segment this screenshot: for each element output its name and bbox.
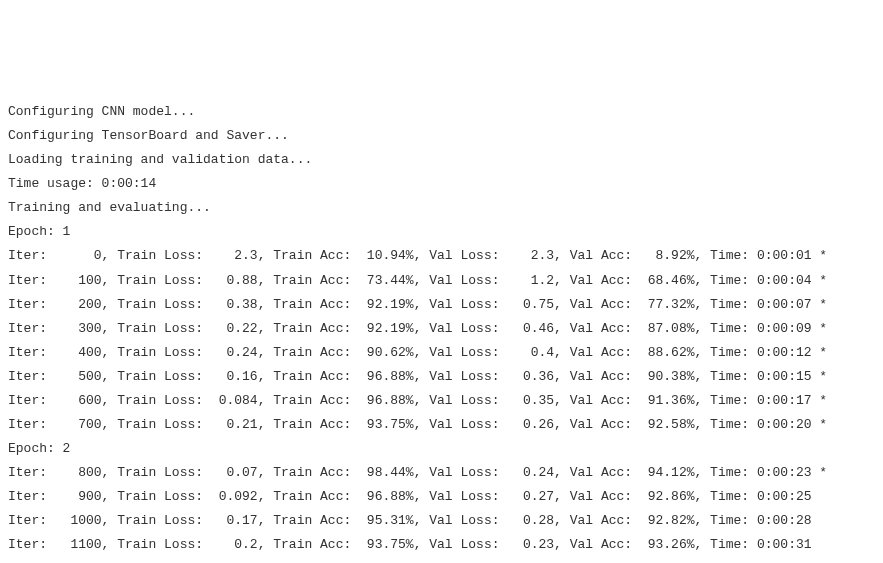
terminal-output: Configuring CNN model...Configuring Tens… (8, 100, 875, 563)
log-header-line: Configuring TensorBoard and Saver... (8, 124, 875, 148)
iter-row: Iter: 200, Train Loss: 0.38, Train Acc: … (8, 293, 875, 317)
epoch-label: Epoch: 1 (8, 220, 875, 244)
iter-row: Iter: 500, Train Loss: 0.16, Train Acc: … (8, 365, 875, 389)
log-header-line: Loading training and validation data... (8, 148, 875, 172)
iter-row: Iter: 800, Train Loss: 0.07, Train Acc: … (8, 461, 875, 485)
log-header-line: Time usage: 0:00:14 (8, 172, 875, 196)
iter-row: Iter: 700, Train Loss: 0.21, Train Acc: … (8, 413, 875, 437)
iter-row: Iter: 400, Train Loss: 0.24, Train Acc: … (8, 341, 875, 365)
iter-row: Iter: 1100, Train Loss: 0.2, Train Acc: … (8, 533, 875, 557)
epoch-label: Epoch: 2 (8, 437, 875, 461)
log-header-line: Training and evaluating... (8, 196, 875, 220)
iter-row: Iter: 0, Train Loss: 2.3, Train Acc: 10.… (8, 244, 875, 268)
iter-row: Iter: 1200, Train Loss: 0.081, Train Acc… (8, 557, 875, 563)
iter-row: Iter: 900, Train Loss: 0.092, Train Acc:… (8, 485, 875, 509)
log-header-line: Configuring CNN model... (8, 100, 875, 124)
iter-row: Iter: 600, Train Loss: 0.084, Train Acc:… (8, 389, 875, 413)
iter-row: Iter: 100, Train Loss: 0.88, Train Acc: … (8, 269, 875, 293)
iter-row: Iter: 300, Train Loss: 0.22, Train Acc: … (8, 317, 875, 341)
iter-row: Iter: 1000, Train Loss: 0.17, Train Acc:… (8, 509, 875, 533)
